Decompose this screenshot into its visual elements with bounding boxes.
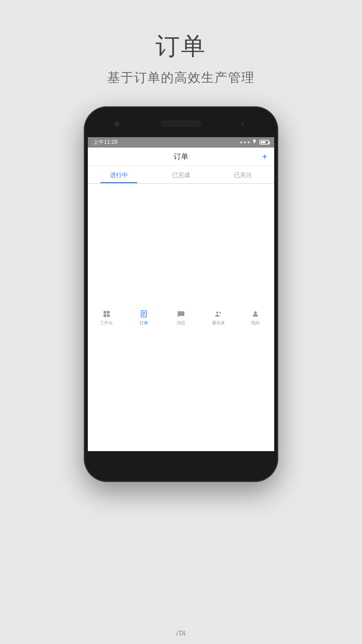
nav-orders-label: 订单 [139, 320, 148, 326]
status-time: 上午11:28 [93, 139, 117, 146]
ita-brand-text: iTA [176, 630, 186, 637]
svg-point-17 [216, 312, 218, 314]
bottom-nav: 工作台 订单 [88, 183, 274, 451]
tab-completed[interactable]: 已完成 [150, 166, 212, 183]
nav-contacts[interactable]: 通讯录 [200, 184, 237, 451]
signal-dot-2 [244, 142, 246, 143]
profile-icon [251, 309, 260, 319]
app-header-title: 订单 [174, 152, 188, 162]
signal-dot-3 [248, 142, 249, 143]
nav-contacts-label: 通讯录 [212, 320, 225, 326]
svg-rect-11 [107, 314, 110, 317]
nav-messages-label: 消息 [177, 320, 185, 326]
phone-frame: 上午11:28 [84, 106, 278, 482]
workbench-icon [102, 309, 111, 319]
signal-dot-1 [240, 142, 242, 143]
page-header: 订单 基于订单的高效生产管理 [107, 0, 255, 86]
messages-icon [176, 309, 186, 319]
svg-point-19 [254, 311, 257, 314]
svg-rect-9 [107, 311, 110, 314]
nav-messages[interactable]: 消息 [162, 184, 199, 451]
svg-point-18 [220, 312, 221, 313]
nav-workbench-label: 工作台 [100, 320, 113, 326]
contacts-icon [214, 309, 223, 319]
front-camera-icon [115, 121, 119, 126]
add-order-button[interactable]: + [262, 151, 267, 162]
svg-rect-10 [104, 314, 106, 317]
status-bar: 上午11:28 [88, 137, 274, 148]
tab-followed[interactable]: 已关注 [212, 166, 274, 183]
orders-icon [139, 309, 148, 319]
nav-profile[interactable]: 我的 [237, 184, 274, 451]
tab-in-progress[interactable]: 进行中 [88, 166, 150, 183]
phone-top-bar [88, 110, 274, 137]
phone-screen: 上午11:28 [88, 137, 274, 451]
nav-workbench[interactable]: 工作台 [88, 184, 125, 451]
nav-orders[interactable]: 订单 [125, 184, 162, 451]
front-sensor-icon [241, 122, 244, 125]
wifi-icon [251, 140, 257, 145]
phone-outer-border: 上午11:28 [88, 110, 274, 478]
page-subtitle: 基于订单的高效生产管理 [107, 69, 255, 86]
app-header: 订单 + [88, 148, 274, 166]
status-icons [240, 140, 269, 145]
battery-icon [259, 140, 269, 145]
nav-profile-label: 我的 [251, 320, 260, 326]
tabs: 进行中 已完成 已关注 [88, 166, 274, 183]
page-title: 订单 [107, 30, 255, 62]
speaker-icon [161, 121, 201, 127]
phone-bottom-bezel [88, 451, 274, 478]
svg-rect-8 [104, 311, 106, 314]
page-container: 订单 基于订单的高效生产管理 上午11:28 [0, 0, 362, 644]
